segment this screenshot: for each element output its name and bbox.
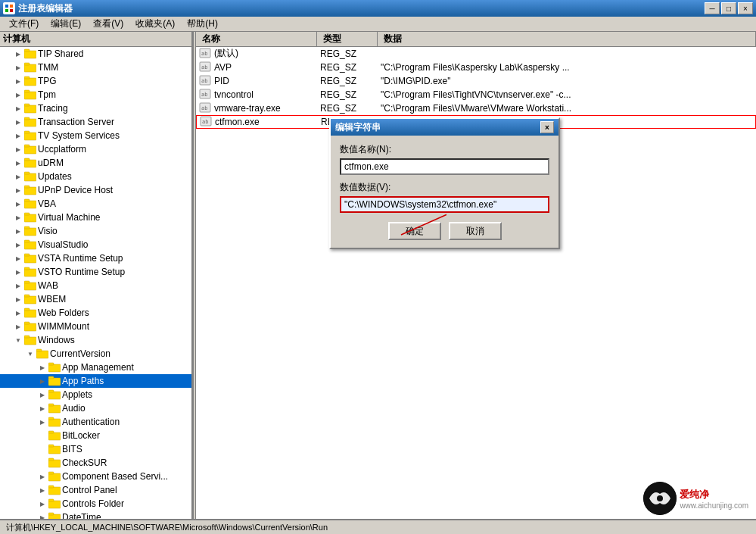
- tree-item[interactable]: Authentication: [0, 415, 191, 429]
- svg-rect-38: [24, 283, 36, 290]
- tree-item[interactable]: Tpm: [0, 88, 191, 101]
- svg-rect-22: [24, 173, 36, 181]
- svg-rect-54: [48, 392, 61, 399]
- tree-item[interactable]: DateTime: [0, 511, 191, 519]
- close-button[interactable]: ×: [738, 2, 753, 14]
- title-bar: 注册表编辑器 ─ □ ×: [0, 0, 756, 17]
- svg-rect-37: [24, 267, 30, 270]
- tree-item[interactable]: TIP Shared: [0, 47, 191, 61]
- field2-input[interactable]: [340, 196, 549, 213]
- tree-item[interactable]: CurrentVersion: [0, 347, 191, 361]
- svg-rect-10: [24, 92, 36, 99]
- tree-item[interactable]: Virtual Machine: [0, 211, 191, 224]
- folder-icon: [48, 470, 61, 482]
- registry-row[interactable]: abtvncontrolREG_SZ"C:\Program Files\Tigh…: [196, 88, 756, 101]
- tree-item[interactable]: TPG: [0, 74, 191, 88]
- tree-expander: [12, 170, 24, 183]
- svg-rect-60: [48, 433, 61, 440]
- tree-item[interactable]: WBEM: [0, 292, 191, 306]
- tree-item[interactable]: Uccplatform: [0, 142, 191, 156]
- svg-rect-68: [48, 487, 61, 495]
- minimize-button[interactable]: ─: [705, 2, 720, 14]
- tree-item[interactable]: BITS: [0, 442, 191, 456]
- folder-icon: [24, 307, 36, 319]
- reg-type-icon: ab: [199, 102, 211, 114]
- tree-item[interactable]: Applets: [0, 388, 191, 401]
- tree-item[interactable]: App Paths: [0, 374, 191, 388]
- svg-rect-4: [24, 51, 36, 58]
- maximize-button[interactable]: □: [721, 2, 736, 14]
- edit-string-dialog[interactable]: 编辑字符串 × 数值名称(N): 数值数据(V): 确定 取消: [329, 117, 560, 249]
- tree-item[interactable]: Visio: [0, 224, 191, 238]
- tree-item[interactable]: BitLocker: [0, 429, 191, 442]
- tree-expander: [12, 239, 24, 251]
- folder-icon: [24, 252, 36, 264]
- svg-rect-23: [24, 172, 30, 174]
- reg-name-text: PID: [214, 76, 229, 86]
- tree-item-label: Visio: [38, 226, 58, 236]
- menu-edit[interactable]: 编辑(E): [45, 16, 87, 32]
- tree-expander: [36, 443, 48, 455]
- tree-expander: [12, 320, 24, 333]
- svg-rect-9: [24, 77, 30, 79]
- tree-expander: [12, 334, 24, 346]
- tree-item[interactable]: Updates: [0, 170, 191, 183]
- registry-row[interactable]: abvmware-tray.exeREG_SZ"C:\Program Files…: [196, 101, 756, 115]
- field1-input[interactable]: [340, 158, 549, 175]
- tree-item[interactable]: App Management: [0, 361, 191, 374]
- menu-favorites[interactable]: 收藏夹(A): [129, 16, 181, 32]
- folder-icon: [24, 184, 36, 196]
- tree-item-label: WAB: [38, 280, 58, 291]
- tree-item-label: uDRM: [38, 158, 64, 168]
- folder-icon: [48, 457, 61, 469]
- tree-item[interactable]: Control Panel: [0, 483, 191, 497]
- tree-item-label: VSTO Runtime Setup: [38, 267, 125, 277]
- menu-view[interactable]: 查看(V): [87, 16, 129, 32]
- registry-row[interactable]: ab(默认)REG_SZ: [196, 47, 756, 61]
- reg-name-text: ctfmon.exe: [215, 117, 260, 127]
- registry-row[interactable]: abAVPREG_SZ"C:\Program Files\Kaspersky L…: [196, 61, 756, 74]
- tree-item[interactable]: UPnP Device Host: [0, 183, 191, 197]
- tree-item[interactable]: WIMMMount: [0, 320, 191, 333]
- tree-item-label: Tpm: [38, 89, 56, 100]
- tree-item[interactable]: Windows: [0, 333, 191, 347]
- reg-name-cell: abtvncontrol: [196, 87, 317, 102]
- cancel-button[interactable]: 取消: [449, 222, 502, 240]
- tree-item[interactable]: TV System Services: [0, 129, 191, 142]
- svg-rect-53: [48, 376, 54, 379]
- tree-item-label: Tracing: [38, 103, 68, 114]
- tree-item[interactable]: Transaction Server: [0, 115, 191, 129]
- tree-item[interactable]: VisualStudio: [0, 238, 191, 251]
- tree-item[interactable]: CheckSUR: [0, 456, 191, 470]
- tree-item[interactable]: WAB: [0, 279, 191, 292]
- menu-help[interactable]: 帮助(H): [181, 16, 224, 32]
- menu-file[interactable]: 文件(F): [3, 16, 45, 32]
- tree-item-label: Windows: [38, 335, 75, 345]
- folder-icon: [24, 116, 36, 128]
- tree-expander: [12, 48, 24, 60]
- svg-rect-30: [24, 228, 36, 236]
- reg-data-cell: [378, 52, 756, 55]
- svg-rect-40: [24, 296, 36, 304]
- registry-row[interactable]: abPIDREG_SZ"D:\IMG\PID.exe": [196, 74, 756, 88]
- status-path: 计算机\HKEY_LOCAL_MACHINE\SOFTWARE\Microsof…: [6, 522, 328, 533]
- dialog-close-button[interactable]: ×: [540, 121, 554, 133]
- tree-item[interactable]: Web Folders: [0, 306, 191, 320]
- tree-item[interactable]: VBA: [0, 197, 191, 211]
- tree-item[interactable]: Component Based Servi...: [0, 470, 191, 483]
- tree-expander: [12, 266, 24, 278]
- tree-item[interactable]: Audio: [0, 401, 191, 415]
- registry-tree[interactable]: 计算机 TIP SharedTMMTPGTpmTracingTransactio…: [0, 32, 193, 519]
- tree-item[interactable]: VSTA Runtime Setup: [0, 251, 191, 265]
- folder-icon: [24, 211, 36, 223]
- tree-item-label: App Management: [62, 362, 134, 373]
- svg-text:ab: ab: [201, 51, 207, 57]
- col-name: 名称: [196, 32, 317, 46]
- tree-item[interactable]: uDRM: [0, 156, 191, 170]
- tree-item[interactable]: TMM: [0, 61, 191, 74]
- tree-item[interactable]: Controls Folder: [0, 497, 191, 511]
- ok-button[interactable]: 确定: [388, 222, 441, 240]
- reg-name-cell: abvmware-tray.exe: [196, 101, 317, 116]
- tree-item[interactable]: Tracing: [0, 101, 191, 115]
- tree-item[interactable]: VSTO Runtime Setup: [0, 265, 191, 279]
